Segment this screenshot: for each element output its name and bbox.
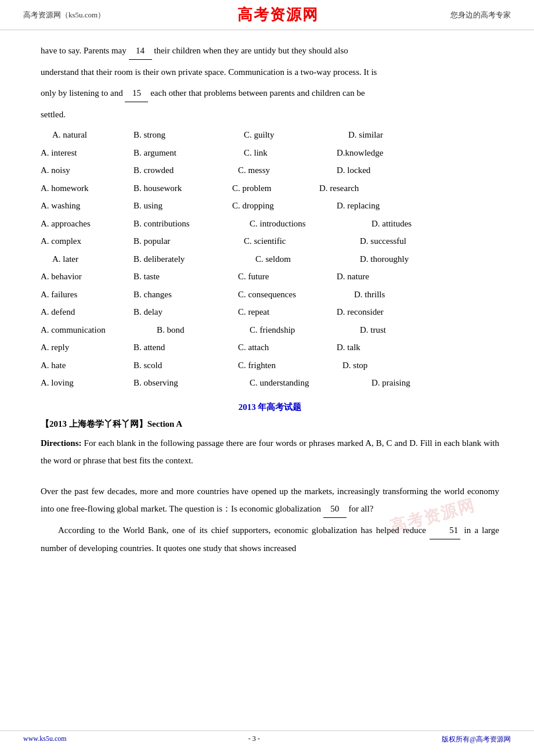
intro-line1b: their children when they are untidy but …	[154, 46, 348, 55]
option-c-row-0: C. guilty	[244, 127, 348, 143]
option-d-row-5: D. attitudes	[371, 215, 476, 232]
option-b-row-12: B. attend	[134, 339, 238, 356]
answer-row-10: A. defendB. delayC. repeatD. reconsider	[41, 304, 499, 321]
blank-14: 14	[129, 42, 152, 60]
passage-p2: According to the World Bank, one of its …	[41, 521, 499, 557]
answer-row-14: A. lovingB. observingC. understandingD. …	[41, 375, 499, 391]
answer-rows: A. naturalB. strongC. guiltyD. similarA.…	[41, 127, 499, 391]
option-b-row-3: B. housework	[134, 180, 232, 197]
option-a-row-3: A. homework	[41, 180, 134, 197]
option-a-row-6: A. complex	[41, 233, 134, 250]
option-a-row-1: A. interest	[41, 145, 134, 161]
option-a-row-9: A. failures	[41, 286, 134, 303]
option-b-row-14: B. observing	[134, 375, 250, 391]
option-a-row-13: A. hate	[41, 357, 134, 374]
section-divider: 2013 年高考试题	[41, 402, 499, 413]
option-c-row-9: C. consequences	[238, 286, 354, 303]
option-c-row-6: C. scientific	[244, 233, 360, 250]
option-a-row-4: A. washing	[41, 197, 134, 214]
intro-paragraph: have to say. Parents may 14 their childr…	[41, 42, 499, 60]
option-c-row-11: C. friendship	[250, 322, 360, 339]
option-c-row-14: C. understanding	[250, 375, 371, 391]
answer-row-6: A. complexB. popularC. scientificD. succ…	[41, 233, 499, 250]
option-d-row-8: D. nature	[337, 268, 441, 285]
option-d-row-2: D. locked	[337, 162, 441, 179]
blank-15: 15	[125, 84, 148, 102]
header-right: 您身边的高考专家	[450, 10, 511, 20]
answer-row-0: A. naturalB. strongC. guiltyD. similar	[41, 127, 499, 143]
answer-row-12: A. replyB. attendC. attachD. talk	[41, 339, 499, 356]
option-c-row-2: C. messy	[238, 162, 337, 179]
option-b-row-10: B. delay	[134, 304, 238, 321]
directions-text: For each blank in the following passage …	[41, 438, 499, 465]
answer-row-7: A. laterB. deliberatelyC. seldomD. thoro…	[41, 251, 499, 268]
option-c-row-3: C. problem	[232, 180, 319, 197]
header-left: 高考资源网（ks5u.com）	[23, 10, 105, 20]
option-c-row-7: C. seldom	[255, 251, 360, 268]
option-a-row-5: A. approaches	[41, 215, 134, 232]
option-b-row-0: B. strong	[134, 127, 244, 143]
option-d-row-7: D. thoroughly	[360, 251, 464, 268]
option-b-row-8: B. taste	[134, 268, 238, 285]
option-c-row-13: C. frighten	[238, 357, 342, 374]
option-d-row-6: D. successful	[360, 233, 464, 250]
intro-line2: understand that their room is their own …	[41, 63, 499, 81]
option-b-row-13: B. scold	[134, 357, 238, 374]
option-d-row-3: D. research	[319, 180, 424, 197]
header-center: 高考资源网	[237, 5, 319, 25]
option-d-row-14: D. praising	[371, 375, 464, 391]
passage-p1b: for all?	[348, 504, 373, 513]
blank-51: 51	[430, 521, 460, 539]
option-b-row-1: B. argument	[134, 145, 244, 161]
option-d-row-0: D. similar	[348, 127, 453, 143]
intro-paragraph2: only by listening to and 15 each other t…	[41, 84, 499, 102]
answer-row-13: A. hateB. scoldC. frightenD. stop	[41, 357, 499, 374]
option-d-row-12: D. talk	[337, 339, 424, 356]
intro-line3: only by listening to and	[41, 88, 123, 98]
option-b-row-4: B. using	[134, 197, 232, 214]
option-b-row-9: B. changes	[134, 286, 238, 303]
page-footer: www.ks5u.com - 3 - 版权所有@高考资源网	[0, 730, 534, 744]
option-c-row-10: C. repeat	[238, 304, 337, 321]
footer-center: - 3 -	[248, 735, 260, 744]
option-d-row-13: D. stop	[342, 357, 435, 374]
option-d-row-10: D. reconsider	[337, 304, 441, 321]
footer-right: 版权所有@高考资源网	[442, 735, 511, 744]
page-header: 高考资源网（ks5u.com） 高考资源网 您身边的高考专家	[0, 0, 534, 30]
section-label: Section A	[147, 419, 182, 429]
directions-bold: Directions:	[41, 438, 82, 448]
section-tag: 【2013 上海卷学丫科丫网】	[41, 419, 147, 429]
answer-row-1: A. interestB. argumentC. linkD.knowledge	[41, 145, 499, 161]
answer-row-3: A. homeworkB. houseworkC. problemD. rese…	[41, 180, 499, 197]
option-b-row-6: B. popular	[134, 233, 244, 250]
answer-row-11: A. communicationB. bondC. friendshipD. t…	[41, 322, 499, 339]
option-a-row-7: A. later	[41, 251, 134, 268]
option-c-row-12: C. attach	[238, 339, 337, 356]
option-c-row-1: C. link	[244, 145, 337, 161]
intro-line1: have to say. Parents may	[41, 46, 127, 55]
option-b-row-11: B. bond	[157, 322, 250, 339]
option-a-row-8: A. behavior	[41, 268, 134, 285]
answer-row-8: A. behaviorB. tasteC. futureD. nature	[41, 268, 499, 285]
footer-left: www.ks5u.com	[23, 735, 67, 744]
option-a-row-11: A. communication	[41, 322, 157, 339]
passage-p1-text: Over the past few decades, more and more…	[41, 487, 499, 513]
option-d-row-9: D. thrills	[354, 286, 447, 303]
blank-50: 50	[323, 500, 347, 518]
option-c-row-8: C. future	[238, 268, 337, 285]
intro-line3b: each other that problems between parents…	[150, 88, 365, 98]
answer-row-4: A. washingB. usingC. droppingD. replacin…	[41, 197, 499, 214]
option-a-row-12: A. reply	[41, 339, 134, 356]
option-c-row-5: C. introductions	[250, 215, 371, 232]
answer-row-9: A. failuresB. changesC. consequencesD. t…	[41, 286, 499, 303]
option-b-row-5: B. contributions	[134, 215, 250, 232]
intro-line4: settled.	[41, 106, 499, 123]
main-content: have to say. Parents may 14 their childr…	[0, 30, 534, 572]
option-d-row-1: D.knowledge	[337, 145, 441, 161]
option-a-row-14: A. loving	[41, 375, 134, 391]
answer-row-5: A. approachesB. contributionsC. introduc…	[41, 215, 499, 232]
passage-p2-text: According to the World Bank, one of its …	[58, 525, 426, 535]
passage-p1: Over the past few decades, more and more…	[41, 483, 499, 518]
option-d-row-11: D. trust	[360, 322, 464, 339]
option-a-row-2: A. noisy	[41, 162, 134, 179]
